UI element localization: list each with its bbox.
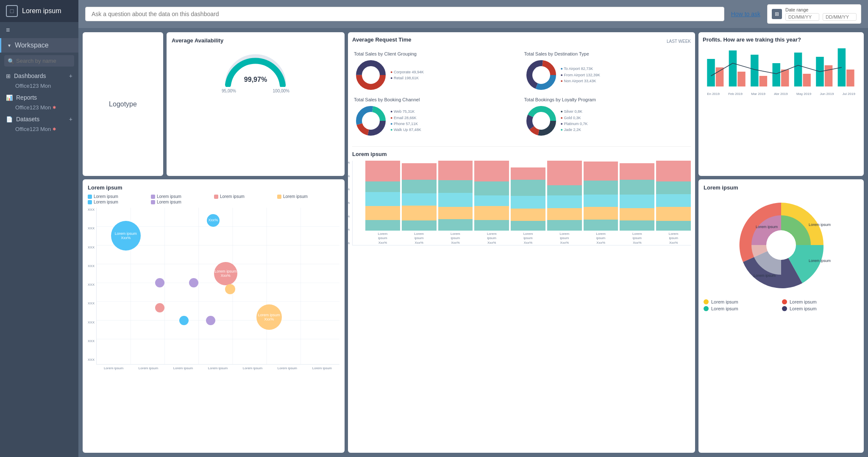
donut-grid: Total Sales by Client Grouping ● Corpora… — [352, 50, 691, 139]
how-to-ask-link[interactable]: How to ask — [731, 11, 760, 17]
sidebar-sub-item-office123-datasets[interactable]: Office123 Mon ✱ — [0, 124, 78, 134]
svg-rect-21 — [716, 67, 724, 86]
logotype-card: Logotype — [83, 32, 163, 176]
client-grouping-section: Total Sales by Client Grouping ● Corpora… — [352, 50, 521, 94]
svg-rect-25 — [803, 74, 811, 86]
sidebar-header: □ Lorem ipsum — [0, 0, 78, 22]
add-dashboard-icon[interactable]: + — [69, 72, 72, 79]
search-input[interactable] — [4, 55, 74, 67]
sidebar-item-reports[interactable]: 📊 Reports — [0, 91, 78, 103]
datasets-label: Datasets — [16, 116, 39, 123]
svg-text:Lorem ipsum: Lorem ipsum — [756, 225, 778, 229]
loyalty-program-section: Total Bookings by Loyalty Program ● Silv… — [523, 95, 691, 139]
dashboard-search-input[interactable] — [85, 7, 724, 21]
bubble-2: Xxx% — [207, 214, 220, 227]
modified-indicator-datasets: ✱ — [53, 127, 56, 131]
svg-rect-24 — [781, 70, 789, 86]
bubble-6 — [225, 284, 235, 294]
svg-rect-17 — [772, 63, 780, 86]
bubble-8: Lorem ipsum Xxx% — [256, 304, 282, 330]
modified-indicator: ✱ — [53, 105, 56, 110]
svg-text:99,97%: 99,97% — [244, 76, 267, 83]
top-bar: How to ask ⊞ Date range — [78, 0, 868, 28]
booking-channel-donut — [354, 104, 388, 138]
bubble-3 — [155, 278, 164, 287]
request-time-card: Average Request Time LAST WEEK Total Sal… — [348, 32, 695, 453]
destination-type-section: Total Sales by Destination Type ● To Air… — [523, 50, 691, 94]
app-title: Lorem ipsum — [22, 7, 61, 15]
pie-title: Lorem ipsum — [704, 184, 859, 191]
loyalty-program-donut — [524, 104, 558, 138]
svg-rect-14 — [707, 59, 715, 86]
app-icon-symbol: □ — [10, 8, 14, 14]
profits-card: Profits. How are we traking this year? — [698, 32, 864, 176]
logotype-text: Logotype — [109, 100, 137, 108]
svg-rect-27 — [846, 70, 854, 86]
svg-text:Lorem ipsum: Lorem ipsum — [754, 273, 776, 278]
pie-legend: Lorem ipsum Lorem ipsum Lorem ipsum Lore… — [704, 299, 859, 311]
sidebar-sub-item-office123-dashboards[interactable]: Office123 Mon — [0, 81, 78, 91]
profits-chart: En 2019 Feb 2019 Mar 2019 Abr 2019 May 2… — [703, 46, 860, 89]
stacked-bar-chart: XXX% XXX% XXX% XXX% XXX% XXX% XXX% — [352, 161, 691, 245]
sidebar-sub-item-office123-reports[interactable]: Office123 Mon ✱ — [0, 103, 78, 112]
bubble-10 — [206, 316, 215, 325]
main-content: How to ask ⊞ Date range Logotype Average… — [78, 0, 868, 457]
scatter-legend: Lorem ipsum Lorem ipsum Lorem ipsum Lore… — [88, 194, 339, 204]
svg-point-41 — [766, 230, 796, 260]
gauge-max: 100,00% — [273, 89, 289, 93]
pie-card: Lorem ipsum — [698, 179, 864, 453]
add-dataset-icon[interactable]: + — [69, 116, 72, 123]
dashboard-grid: Logotype Average Availability 99,97% 95,… — [78, 28, 868, 457]
client-grouping-donut — [354, 58, 388, 92]
scatter-plot-area: Lorem ipsum Xxx% Xxx% Lorem ipsum Xxx% L… — [96, 208, 339, 365]
reports-icon: 📊 — [6, 95, 13, 101]
scatter-card: Lorem ipsum Lorem ipsum Lorem ipsum Lore… — [83, 179, 345, 453]
gauge-container: 99,97% 95,00% 100,00% — [172, 47, 339, 93]
bubble-1: Lorem ipsum Xxx% — [111, 221, 141, 251]
bubble-9 — [179, 316, 189, 325]
hamburger-menu[interactable]: ≡ — [0, 22, 78, 38]
svg-rect-18 — [794, 53, 802, 86]
availability-card: Average Availability 99,97% 95,00% 100,0… — [167, 32, 345, 176]
profits-chart-svg — [703, 46, 860, 89]
stacked-bar-title: Lorem ipsum — [352, 151, 691, 157]
date-from-input[interactable] — [785, 13, 819, 21]
svg-rect-26 — [825, 65, 833, 86]
gauge-min: 95,00% — [222, 89, 236, 93]
sidebar: □ Lorem ipsum ≡ ▼ Workspace 🔍 ⊞ Dashboar… — [0, 0, 78, 457]
dashboards-icon: ⊞ — [6, 73, 11, 79]
scatter-title: Lorem ipsum — [88, 184, 339, 191]
datasets-icon: 📄 — [6, 116, 13, 123]
calendar-icon: ⊞ — [772, 9, 782, 19]
profits-title: Profits. How are we traking this year? — [703, 36, 860, 43]
svg-rect-15 — [729, 50, 737, 86]
chevron-down-icon: ▼ — [7, 43, 11, 48]
availability-title: Average Availability — [172, 37, 339, 44]
svg-rect-16 — [751, 55, 759, 86]
date-to-input[interactable] — [823, 13, 857, 21]
bubble-5: Lorem ipsum Xxx% — [214, 262, 237, 285]
date-range-widget: ⊞ Date range — [767, 4, 861, 24]
svg-text:Lorem ipsum: Lorem ipsum — [809, 259, 831, 263]
booking-channel-section: Total Sales by Booking Channel ● Web 75,… — [352, 95, 521, 139]
destination-type-donut — [524, 58, 558, 92]
date-range-label: Date range — [785, 7, 857, 12]
svg-rect-23 — [760, 76, 768, 86]
sidebar-item-workspace[interactable]: ▼ Workspace — [0, 38, 78, 53]
workspace-label: Workspace — [15, 42, 49, 49]
request-time-title: Average Request Time — [352, 36, 411, 43]
svg-rect-22 — [737, 72, 746, 86]
bubble-7 — [155, 303, 164, 312]
search-icon: 🔍 — [8, 58, 14, 64]
stacked-bar-section: Lorem ipsum XXX% XXX% XXX% XXX% XXX% XXX… — [352, 146, 691, 245]
sidebar-item-datasets[interactable]: 📄 Datasets + — [0, 112, 78, 124]
sidebar-item-dashboards[interactable]: ⊞ Dashboards + — [0, 69, 78, 81]
svg-text:Lorem ipsum: Lorem ipsum — [809, 223, 831, 227]
search-wrapper: 🔍 — [4, 55, 74, 67]
pie-chart-svg: Lorem ipsum Lorem ipsum Lorem ipsum Lore… — [730, 194, 832, 296]
dashboards-label: Dashboards — [14, 72, 46, 79]
gauge-svg: 99,97% — [222, 49, 289, 87]
app-icon: □ — [6, 5, 18, 17]
reports-label: Reports — [16, 94, 37, 101]
last-week-badge: LAST WEEK — [667, 39, 691, 44]
